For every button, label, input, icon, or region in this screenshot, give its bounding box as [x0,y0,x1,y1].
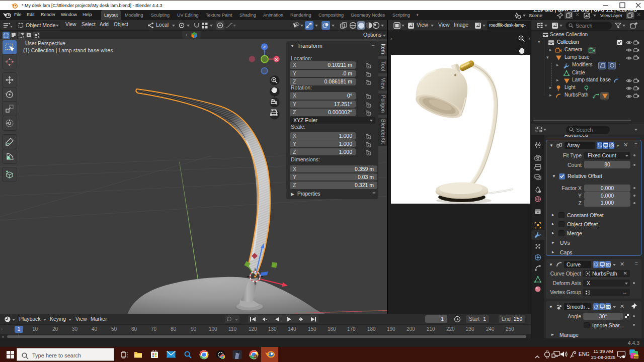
svg-text:X: X [275,57,278,62]
svg-text:Z: Z [263,45,266,49]
svg-text:User Perspective: User Perspective [25,40,65,46]
svg-text:PRO: PRO [633,355,639,358]
svg-text:(1) Collection | Lamp stand ba: (1) Collection | Lamp stand base wires [23,47,113,53]
